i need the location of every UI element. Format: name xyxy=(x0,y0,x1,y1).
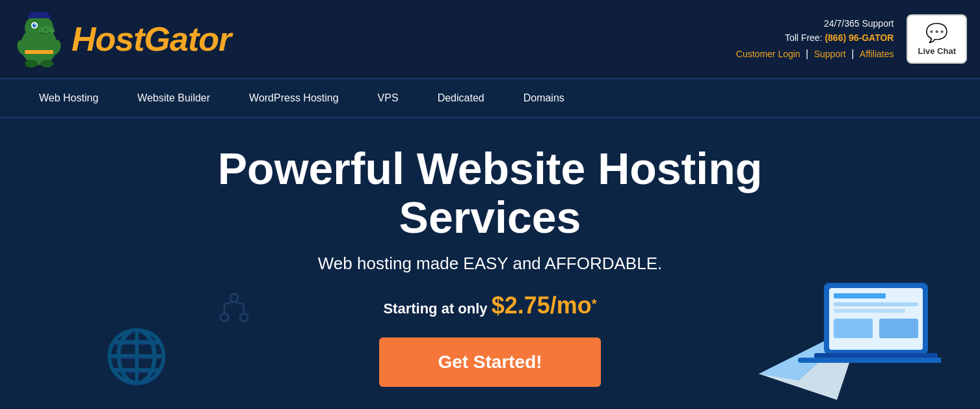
nav-item-dedicated[interactable]: Dedicated xyxy=(438,92,484,104)
svg-rect-30 xyxy=(879,319,918,338)
hero-pricing: Starting at only $2.75/mo* xyxy=(383,292,596,319)
live-chat-button[interactable]: 💬 Live Chat xyxy=(907,14,967,64)
hero-title: Powerful Website Hosting Services xyxy=(133,144,848,242)
svg-point-15 xyxy=(240,313,248,321)
logo-area: HostGator xyxy=(13,10,231,68)
hero-illustration xyxy=(733,244,941,409)
svg-rect-27 xyxy=(834,302,918,306)
affiliates-link[interactable]: Affiliates xyxy=(860,49,894,59)
svg-rect-32 xyxy=(798,358,941,363)
svg-rect-26 xyxy=(834,293,886,298)
hero-price: $2.75/mo xyxy=(492,292,592,319)
nav-item-wordpress-hosting[interactable]: WordPress Hosting xyxy=(249,92,339,104)
support-info: 24/7/365 Support Toll Free: (866) 96-GAT… xyxy=(736,16,894,62)
pricing-prefix: Starting at only xyxy=(383,300,491,317)
svg-rect-11 xyxy=(25,50,53,54)
get-started-button[interactable]: Get Started! xyxy=(379,337,600,387)
header-links: Customer Login | Support | Affiliates xyxy=(736,46,894,62)
toll-free-line: Toll Free: (866) 96-GATOR xyxy=(736,31,894,45)
logo-mascot xyxy=(13,10,65,68)
logo-text[interactable]: HostGator xyxy=(72,20,231,59)
toll-free-label: Toll Free: xyxy=(785,33,823,43)
top-bar: HostGator 24/7/365 Support Toll Free: (8… xyxy=(0,0,980,78)
top-right-area: 24/7/365 Support Toll Free: (866) 96-GAT… xyxy=(736,14,967,64)
nav-item-web-hosting[interactable]: Web Hosting xyxy=(39,92,98,104)
price-asterisk: * xyxy=(592,296,597,310)
svg-point-14 xyxy=(220,313,228,321)
svg-rect-3 xyxy=(30,12,48,17)
customer-login-link[interactable]: Customer Login xyxy=(736,49,801,59)
hero-subtitle: Web hosting made EASY and AFFORDABLE. xyxy=(318,254,662,274)
support-link[interactable]: Support xyxy=(814,49,846,59)
main-nav: Web Hosting Website Builder WordPress Ho… xyxy=(0,78,980,118)
separator-1: | xyxy=(806,48,808,59)
svg-point-16 xyxy=(230,294,238,302)
nav-item-vps[interactable]: VPS xyxy=(378,92,399,104)
svg-line-18 xyxy=(224,302,234,304)
svg-point-6 xyxy=(34,24,36,25)
nav-item-domains[interactable]: Domains xyxy=(523,92,564,104)
hero-section: 🌐 xyxy=(0,118,980,409)
svg-point-13 xyxy=(40,60,53,68)
svg-point-5 xyxy=(33,23,36,27)
live-chat-icon: 💬 xyxy=(925,22,948,44)
svg-rect-28 xyxy=(834,309,905,313)
support-title-text: 24/7/365 Support xyxy=(736,16,894,31)
separator-2: | xyxy=(851,48,854,59)
svg-line-20 xyxy=(234,302,244,304)
toll-free-number[interactable]: (866) 96-GATOR xyxy=(825,33,894,43)
svg-rect-29 xyxy=(834,319,873,338)
svg-point-12 xyxy=(25,60,38,68)
nav-item-website-builder[interactable]: Website Builder xyxy=(137,92,210,104)
globe-decoration: 🌐 xyxy=(104,326,169,387)
live-chat-label: Live Chat xyxy=(918,46,956,56)
svg-point-8 xyxy=(45,29,47,31)
branch-decoration xyxy=(215,288,254,335)
